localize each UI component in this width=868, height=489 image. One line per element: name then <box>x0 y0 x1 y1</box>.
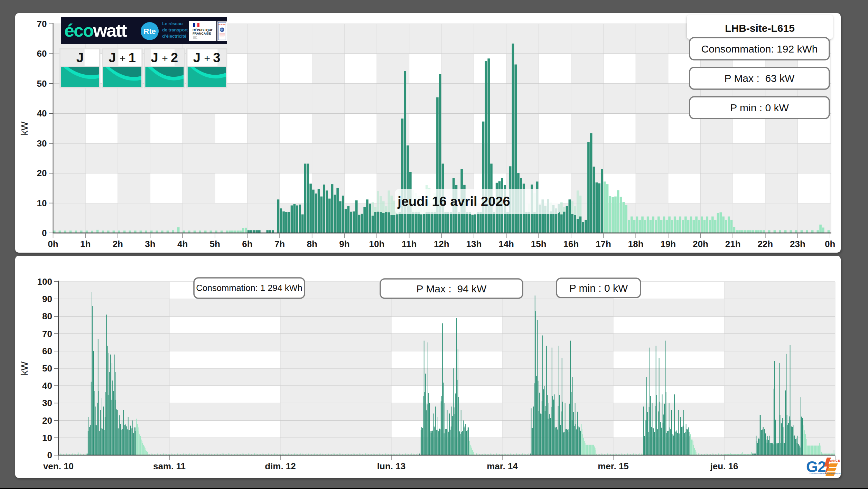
svg-text:23h: 23h <box>790 239 805 249</box>
svg-text:ven. 10: ven. 10 <box>43 461 74 471</box>
svg-text:J + 1: J + 1 <box>109 50 136 65</box>
svg-text:LHB-site-L615: LHB-site-L615 <box>725 22 795 34</box>
svg-text:20: 20 <box>42 415 52 426</box>
svg-text:J: J <box>76 50 84 65</box>
svg-text:lun. 13: lun. 13 <box>377 461 405 471</box>
svg-text:70: 70 <box>37 19 47 29</box>
svg-text:90: 90 <box>42 294 52 304</box>
svg-text:J + 2: J + 2 <box>151 50 178 65</box>
svg-text:écowatt: écowatt <box>64 20 127 40</box>
svg-text:Consommation: 1 294 kWh: Consommation: 1 294 kWh <box>196 283 302 293</box>
svg-text:P min : 0 kW: P min : 0 kW <box>730 102 789 113</box>
svg-text:jeu. 16: jeu. 16 <box>710 461 738 471</box>
svg-text:4h: 4h <box>177 239 188 249</box>
svg-text:9h: 9h <box>339 239 349 249</box>
svg-text:60: 60 <box>37 48 47 59</box>
svg-text:5h: 5h <box>210 239 220 249</box>
svg-text:16h: 16h <box>563 239 579 249</box>
svg-text:d’électricité: d’électricité <box>162 34 187 39</box>
svg-text:20h: 20h <box>693 239 708 249</box>
svg-text:21h: 21h <box>725 239 741 249</box>
svg-text:mar. 14: mar. 14 <box>487 461 518 471</box>
svg-text:14h: 14h <box>498 239 514 249</box>
svg-text:18h: 18h <box>628 239 644 249</box>
svg-text:100: 100 <box>37 276 52 287</box>
svg-text:Rte: Rte <box>143 27 156 36</box>
svg-text:3h: 3h <box>145 239 155 249</box>
svg-text:6h: 6h <box>242 239 252 249</box>
svg-text:50: 50 <box>37 78 47 89</box>
svg-text:FRANCE: FRANCE <box>827 459 840 462</box>
svg-text:12h: 12h <box>434 239 449 249</box>
svg-text:Le réseau: Le réseau <box>162 21 183 26</box>
svg-text:19h: 19h <box>660 239 676 249</box>
svg-text:de transport: de transport <box>162 27 188 32</box>
svg-text:10: 10 <box>42 433 52 443</box>
svg-text:70: 70 <box>42 329 52 339</box>
svg-text:40: 40 <box>42 380 52 391</box>
svg-text:80: 80 <box>42 311 52 321</box>
svg-text:11h: 11h <box>402 239 417 249</box>
svg-text:P min : 0 kW: P min : 0 kW <box>569 282 628 294</box>
svg-text:dim. 12: dim. 12 <box>265 461 296 471</box>
svg-text:ADEME: ADEME <box>218 23 226 26</box>
svg-text:13h: 13h <box>466 239 482 249</box>
svg-text:22h: 22h <box>757 239 773 249</box>
svg-text:8h: 8h <box>307 239 317 249</box>
svg-text:40: 40 <box>37 108 47 119</box>
svg-text:0: 0 <box>47 450 52 460</box>
svg-text:FRANÇAISE: FRANÇAISE <box>193 31 211 35</box>
svg-text:20: 20 <box>37 168 47 178</box>
svg-text:15h: 15h <box>531 239 547 249</box>
svg-text:10h: 10h <box>369 239 385 249</box>
svg-text:jeudi 16 avril 2026: jeudi 16 avril 2026 <box>397 194 510 209</box>
svg-text:P Max : 63 kW: P Max : 63 kW <box>725 73 795 84</box>
svg-text:7h: 7h <box>274 239 285 249</box>
svg-text:2h: 2h <box>113 239 123 249</box>
svg-text:0h: 0h <box>48 239 58 249</box>
svg-text:Consommation: 192 kWh: Consommation: 192 kWh <box>701 43 818 55</box>
svg-text:mer. 15: mer. 15 <box>598 461 629 471</box>
svg-text:30: 30 <box>37 138 47 149</box>
svg-text:sam. 11: sam. 11 <box>153 461 186 471</box>
svg-text:17h: 17h <box>596 239 611 249</box>
svg-text:1h: 1h <box>80 239 91 249</box>
svg-text:P Max : 94 kW: P Max : 94 kW <box>417 283 487 294</box>
svg-text:10: 10 <box>37 198 47 208</box>
svg-text:kW: kW <box>19 121 30 135</box>
svg-text:Optimisation des ressources én: Optimisation des ressources énergétiques <box>810 473 841 474</box>
svg-text:J + 3: J + 3 <box>193 50 221 65</box>
svg-text:50: 50 <box>42 363 52 374</box>
svg-text:30: 30 <box>42 398 52 408</box>
svg-text:0: 0 <box>42 228 47 238</box>
svg-text:0h: 0h <box>825 239 835 249</box>
svg-text:kW: kW <box>19 361 30 375</box>
svg-text:60: 60 <box>42 346 52 356</box>
